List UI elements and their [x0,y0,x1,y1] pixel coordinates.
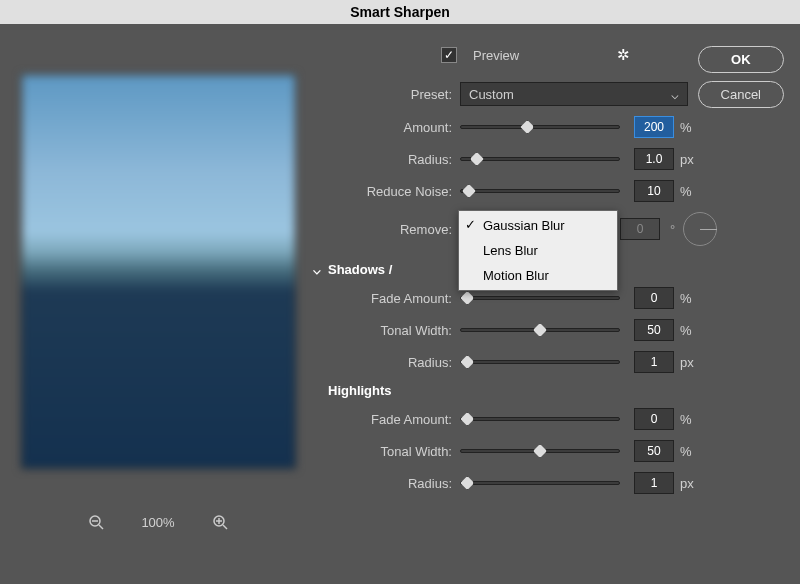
preset-value: Custom [469,87,514,102]
svg-line-4 [223,525,227,529]
preset-select[interactable]: Custom ⌵ [460,82,688,106]
degree-symbol: ° [670,222,675,237]
radius-slider[interactable] [460,157,620,161]
hl-tonal-slider[interactable] [460,449,620,453]
check-icon: ✓ [465,217,476,232]
remove-dropdown: ✓Gaussian Blur Lens Blur Motion Blur [458,210,618,291]
shadow-fade-slider[interactable] [460,296,620,300]
hl-radius-label: Radius: [348,476,452,491]
hl-fade-value[interactable]: 0 [634,408,674,430]
preset-label: Preset: [348,87,452,102]
reduce-noise-slider[interactable] [460,189,620,193]
ok-button[interactable]: OK [698,46,784,73]
amount-unit: % [680,120,702,135]
remove-label: Remove: [348,222,452,237]
hl-tonal-value[interactable]: 50 [634,440,674,462]
shadow-radius-value[interactable]: 1 [634,351,674,373]
shadow-radius-label: Radius: [348,355,452,370]
amount-value[interactable]: 200 [634,116,674,138]
amount-label: Amount: [348,120,452,135]
shadow-tonal-value[interactable]: 50 [634,319,674,341]
shadow-tonal-slider[interactable] [460,328,620,332]
zoom-level: 100% [141,515,174,530]
zoom-in-icon[interactable] [211,513,229,531]
hl-radius-slider[interactable] [460,481,620,485]
chevron-down-icon: ⌵ [310,262,324,277]
chevron-down-icon: ⌵ [671,87,679,102]
preview-label: Preview [473,48,519,63]
zoom-out-icon[interactable] [87,513,105,531]
reduce-noise-unit: % [680,184,702,199]
shadow-radius-slider[interactable] [460,360,620,364]
reduce-noise-label: Reduce Noise: [348,184,452,199]
radius-unit: px [680,152,702,167]
shadow-fade-value[interactable]: 0 [634,287,674,309]
reduce-noise-value[interactable]: 10 [634,180,674,202]
angle-dial[interactable] [683,212,717,246]
radius-label: Radius: [348,152,452,167]
svg-line-1 [99,525,103,529]
shadow-fade-label: Fade Amount: [348,291,452,306]
dropdown-item-motion[interactable]: Motion Blur [459,263,617,288]
dropdown-item-gaussian[interactable]: ✓Gaussian Blur [459,213,617,238]
cancel-button[interactable]: Cancel [698,81,784,108]
highlights-section-header: Highlights [328,383,788,398]
preview-image [21,74,296,469]
gear-icon[interactable]: ✲ [617,46,630,64]
hl-fade-label: Fade Amount: [348,412,452,427]
amount-slider[interactable] [460,125,620,129]
dropdown-item-lens[interactable]: Lens Blur [459,238,617,263]
hl-fade-slider[interactable] [460,417,620,421]
hl-tonal-label: Tonal Width: [348,444,452,459]
shadow-tonal-label: Tonal Width: [348,323,452,338]
dialog-title: Smart Sharpen [0,0,800,24]
preview-checkbox[interactable]: ✓ [441,47,457,63]
hl-radius-value[interactable]: 1 [634,472,674,494]
radius-value[interactable]: 1.0 [634,148,674,170]
angle-value[interactable]: 0 [620,218,660,240]
